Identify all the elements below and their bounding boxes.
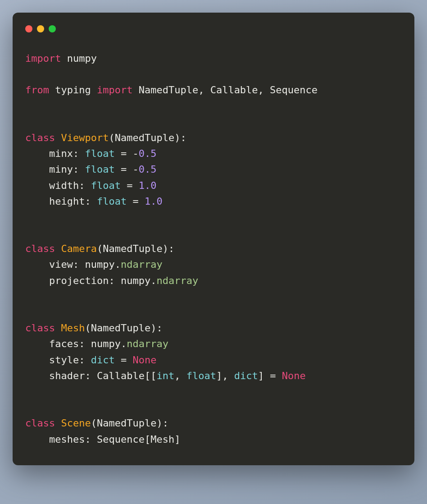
class-name: Mesh bbox=[61, 322, 85, 334]
module-name: numpy bbox=[67, 53, 97, 64]
close-icon[interactable] bbox=[25, 25, 32, 32]
colon: : bbox=[109, 275, 114, 286]
keyword-class: class bbox=[25, 417, 55, 429]
equals: = bbox=[270, 370, 276, 381]
keyword-import: import bbox=[97, 84, 132, 96]
type-annotation: int bbox=[156, 370, 174, 381]
field-name: view bbox=[49, 259, 73, 270]
paren: ): bbox=[174, 132, 186, 143]
colon: : bbox=[79, 354, 85, 366]
type-annotation: float bbox=[85, 164, 114, 175]
dot: . bbox=[150, 275, 156, 286]
window-traffic-lights bbox=[25, 25, 402, 32]
paren: ( bbox=[97, 243, 103, 254]
attr-name: ndarray bbox=[156, 275, 198, 286]
paren: ( bbox=[109, 132, 114, 143]
colon: : bbox=[85, 370, 91, 381]
paren: ): bbox=[156, 417, 168, 429]
class-name: Viewport bbox=[61, 132, 109, 143]
attr-name: ndarray bbox=[121, 259, 163, 270]
base-class: NamedTuple bbox=[103, 243, 162, 254]
module-ref: numpy bbox=[91, 338, 121, 349]
type-annotation: float bbox=[186, 370, 216, 381]
bracket: [[ bbox=[145, 370, 157, 381]
minus: - bbox=[132, 164, 138, 175]
module-ref: numpy bbox=[121, 275, 150, 286]
colon: : bbox=[73, 148, 79, 159]
dot: . bbox=[121, 338, 127, 349]
field-name: minx bbox=[49, 148, 73, 159]
none-literal: None bbox=[132, 354, 156, 366]
none-literal: None bbox=[282, 370, 306, 381]
import-names: NamedTuple, Callable, Sequence bbox=[139, 84, 318, 96]
keyword-from: from bbox=[25, 84, 49, 96]
number-literal: 0.5 bbox=[139, 164, 157, 175]
number-literal: 1.0 bbox=[139, 180, 157, 191]
comma: , bbox=[174, 370, 186, 381]
module-name: typing bbox=[55, 84, 91, 96]
callable-type: Callable bbox=[97, 370, 145, 381]
keyword-import: import bbox=[25, 53, 61, 64]
equals: = bbox=[121, 148, 127, 159]
equals: = bbox=[132, 196, 138, 207]
paren: ): bbox=[163, 243, 175, 254]
colon: : bbox=[73, 259, 79, 270]
field-name: width bbox=[49, 180, 79, 191]
bracket: ] bbox=[258, 370, 264, 381]
class-name: Camera bbox=[61, 243, 96, 254]
colon: : bbox=[79, 180, 85, 191]
colon: : bbox=[79, 338, 85, 349]
class-name: Scene bbox=[61, 417, 91, 429]
number-literal: 0.5 bbox=[139, 148, 157, 159]
paren: ): bbox=[150, 322, 163, 334]
base-class: NamedTuple bbox=[115, 132, 174, 143]
type-annotation: float bbox=[85, 148, 114, 159]
minimize-icon[interactable] bbox=[37, 25, 44, 32]
field-name: height bbox=[49, 196, 85, 207]
paren: ( bbox=[91, 417, 97, 429]
code-content: import numpy from typing import NamedTup… bbox=[25, 50, 402, 447]
equals: = bbox=[121, 164, 127, 175]
type-annotation: dict bbox=[91, 354, 115, 366]
module-ref: numpy bbox=[85, 259, 114, 270]
bracket: ] bbox=[174, 434, 180, 445]
type-annotation: dict bbox=[234, 370, 258, 381]
equals: = bbox=[121, 354, 127, 366]
type-annotation: float bbox=[97, 196, 127, 207]
base-class: NamedTuple bbox=[91, 322, 150, 334]
bracket: ], bbox=[216, 370, 234, 381]
field-name: projection bbox=[49, 275, 109, 286]
code-window: import numpy from typing import NamedTup… bbox=[13, 13, 414, 465]
type-param: Mesh bbox=[150, 434, 174, 445]
dot: . bbox=[115, 259, 121, 270]
paren: ( bbox=[85, 322, 91, 334]
keyword-class: class bbox=[25, 132, 55, 143]
base-class: NamedTuple bbox=[97, 417, 156, 429]
type-annotation: float bbox=[91, 180, 121, 191]
minus: - bbox=[132, 148, 138, 159]
keyword-class: class bbox=[25, 322, 55, 334]
field-name: shader bbox=[49, 370, 85, 381]
sequence-type: Sequence bbox=[97, 434, 145, 445]
colon: : bbox=[85, 196, 91, 207]
field-name: faces bbox=[49, 338, 79, 349]
bracket: [ bbox=[145, 434, 150, 445]
colon: : bbox=[73, 164, 79, 175]
number-literal: 1.0 bbox=[145, 196, 163, 207]
equals: = bbox=[127, 180, 132, 191]
maximize-icon[interactable] bbox=[49, 25, 56, 32]
keyword-class: class bbox=[25, 243, 55, 254]
attr-name: ndarray bbox=[127, 338, 168, 349]
colon: : bbox=[85, 434, 91, 445]
field-name: meshes bbox=[49, 434, 85, 445]
field-name: style bbox=[49, 354, 79, 366]
field-name: miny bbox=[49, 164, 73, 175]
